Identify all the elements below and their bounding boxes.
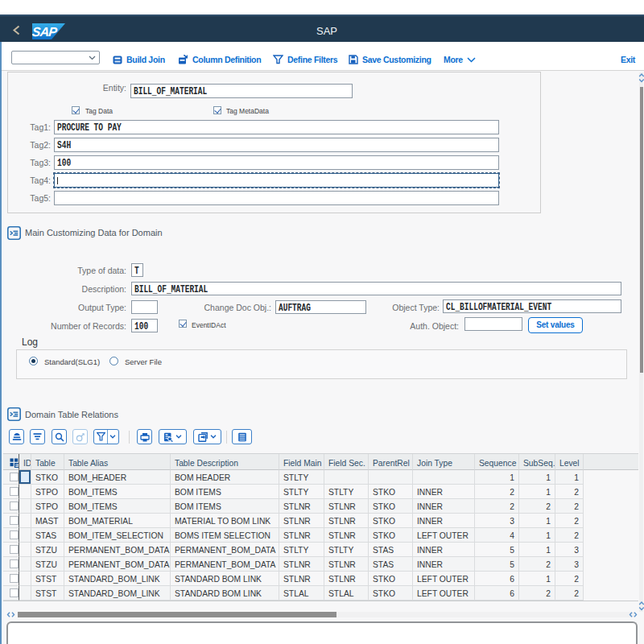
svg-text:SAP: SAP [32, 25, 58, 39]
